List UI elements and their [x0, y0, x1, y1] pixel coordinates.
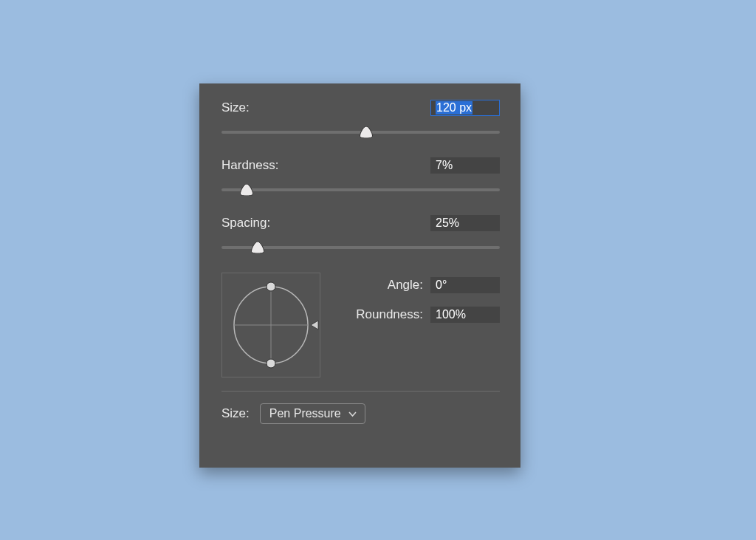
svg-point-3: [267, 282, 275, 291]
hardness-label: Hardness:: [221, 158, 278, 173]
size-slider[interactable]: [221, 125, 500, 144]
roundness-input[interactable]: 100%: [430, 307, 500, 323]
brush-angle-widget[interactable]: [221, 273, 320, 377]
tip-params: Angle: 0° Roundness: 100%: [337, 273, 500, 377]
size-row: Size: 120 px: [221, 100, 500, 116]
tip-shape-section: Angle: 0° Roundness: 100%: [221, 273, 500, 377]
roundness-row: Roundness: 100%: [337, 307, 500, 323]
hardness-input[interactable]: 7%: [430, 157, 500, 174]
spacing-value-text: 25%: [436, 216, 459, 230]
roundness-label: Roundness:: [356, 307, 423, 322]
roundness-value-text: 100%: [436, 308, 466, 321]
angle-input[interactable]: 0°: [430, 277, 500, 293]
spacing-slider-track: [221, 246, 500, 249]
spacing-slider[interactable]: [221, 240, 500, 259]
angle-row: Angle: 0°: [337, 277, 500, 293]
angle-diagram-icon: [222, 273, 320, 377]
angle-value-text: 0°: [436, 278, 447, 292]
size-label: Size:: [221, 100, 250, 115]
size-slider-track: [221, 131, 500, 134]
chevron-down-icon: [348, 409, 357, 418]
brush-settings-panel: Size: 120 px Hardness: 7% Spacing: 25%: [199, 83, 520, 468]
size-dynamics-dropdown[interactable]: Pen Pressure: [260, 403, 365, 424]
dynamics-row: Size: Pen Pressure: [221, 403, 500, 424]
dynamics-size-label: Size:: [221, 406, 250, 421]
spacing-input[interactable]: 25%: [430, 215, 500, 231]
hardness-value-text: 7%: [436, 159, 453, 172]
spacing-label: Spacing:: [221, 216, 270, 230]
angle-label: Angle:: [388, 278, 423, 293]
hardness-row: Hardness: 7%: [221, 157, 500, 174]
hardness-slider-track: [221, 188, 500, 191]
dropdown-value: Pen Pressure: [269, 407, 341, 420]
svg-point-4: [267, 359, 275, 368]
size-value-text: 120 px: [436, 101, 472, 115]
hardness-slider[interactable]: [221, 182, 500, 202]
size-input[interactable]: 120 px: [430, 100, 500, 116]
divider: [221, 391, 500, 392]
spacing-row: Spacing: 25%: [221, 215, 500, 231]
